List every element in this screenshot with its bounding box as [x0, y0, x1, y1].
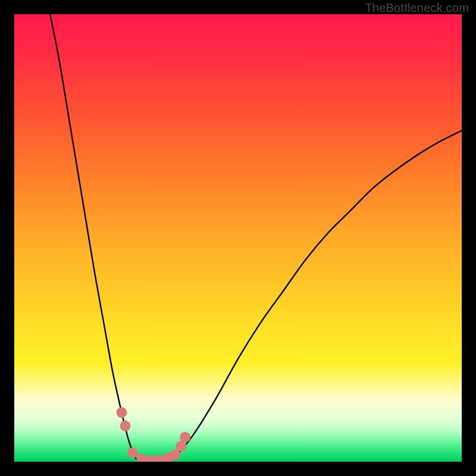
- curve-group: [50, 14, 462, 461]
- data-marker: [127, 447, 138, 458]
- chart-svg: [14, 14, 462, 462]
- chart-area: [14, 14, 462, 462]
- data-marker: [120, 421, 131, 431]
- watermark-text: TheBottleneck.com: [365, 1, 469, 15]
- data-marker: [116, 407, 127, 418]
- bottleneck-curve: [50, 14, 462, 461]
- data-marker: [180, 432, 190, 443]
